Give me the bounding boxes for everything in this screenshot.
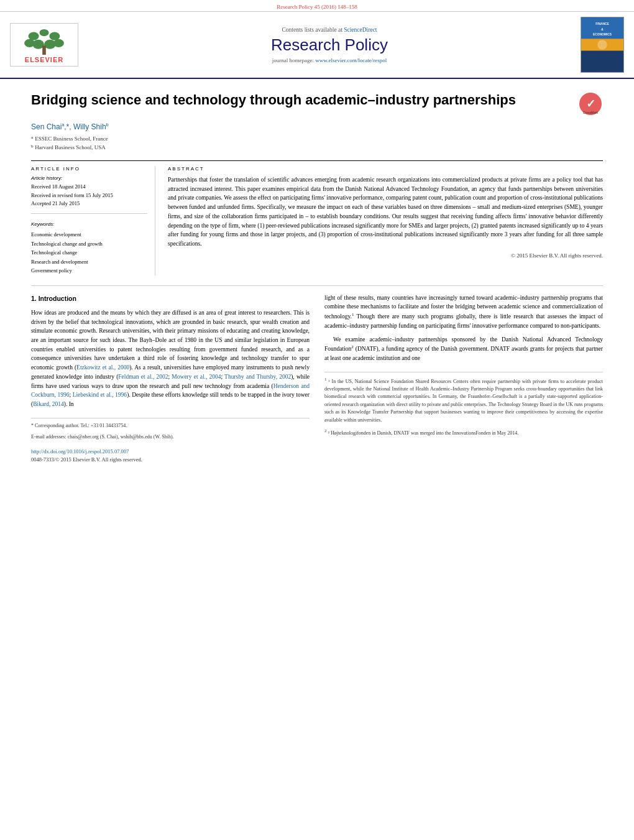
body-left-column: 1. Introduction How ideas are produced a… — [31, 293, 310, 464]
paper-title: Bridging science and technology through … — [31, 91, 572, 109]
section1-title: 1. Introduction — [31, 293, 310, 303]
abstract-text: Partnerships that foster the translation… — [168, 175, 603, 249]
svg-text:✓: ✓ — [586, 98, 595, 110]
keyword-1: Economic development — [31, 230, 147, 239]
abstract-column: ABSTRACT Partnerships that foster the tr… — [168, 166, 603, 275]
article-info-column: ARTICLE INFO Article history: Received 1… — [31, 166, 155, 275]
accepted-date: Accepted 21 July 2015 — [31, 200, 147, 208]
author-chai[interactable]: Sen Chaia,*, — [31, 122, 73, 131]
svg-point-0 — [40, 29, 49, 36]
paper-title-row: Bridging science and technology through … — [31, 91, 603, 116]
svg-text:FINANCE: FINANCE — [595, 22, 609, 25]
ref-bikard[interactable]: Bikard, 2014 — [33, 401, 64, 407]
affiliations: ᵃ ESSEC Business School, France ᵇ Harvar… — [31, 135, 603, 152]
svg-point-2 — [49, 32, 60, 40]
keywords-section: Keywords: Economic development Technolog… — [31, 220, 147, 275]
ref-mowery[interactable]: Mowery et al., 2004 — [172, 374, 221, 380]
elsevier-tree-icon — [19, 28, 69, 56]
ref-etzkowitz[interactable]: Etzkowitz et al., 2000 — [76, 364, 129, 371]
elsevier-label: ELSEVIER — [25, 56, 63, 63]
keyword-2: Technological change and growth — [31, 239, 147, 248]
article-info-heading: ARTICLE INFO — [31, 166, 147, 172]
svg-point-15 — [597, 40, 607, 50]
body-section: 1. Introduction How ideas are produced a… — [31, 293, 603, 464]
authors-line: Sen Chaia,*, Willy Shihb — [31, 122, 603, 131]
paper-content: Bridging science and technology through … — [0, 79, 634, 476]
footnotes-section: * Corresponding author. Tel.: +33 01 344… — [31, 418, 310, 441]
keyword-5: Government policy — [31, 266, 147, 275]
section1-para1: How ideas are produced and the means by … — [31, 308, 310, 409]
homepage-url[interactable]: www.elsevier.com/locate/respol — [315, 57, 387, 63]
journal-main-title: Research Policy — [91, 35, 568, 55]
journal-title-section: Contents lists available at ScienceDirec… — [78, 27, 581, 63]
issn-line: 0048-7333/© 2015 Elsevier B.V. All right… — [31, 456, 310, 464]
svg-rect-11 — [581, 51, 623, 72]
article-dates: Received 18 August 2014 Received in revi… — [31, 183, 147, 214]
contents-available-line: Contents lists available at ScienceDirec… — [91, 27, 568, 33]
abstract-heading: ABSTRACT — [168, 166, 603, 172]
keyword-3: Technological change — [31, 248, 147, 257]
elsevier-logo: ELSEVIER — [10, 23, 78, 67]
top-citation-text: Research Policy 45 (2016) 148–158 — [277, 4, 357, 10]
section1-para3: We examine academic–industry partnership… — [324, 335, 603, 363]
keywords-label: Keywords: — [31, 220, 147, 229]
history-label: Article history: — [31, 175, 147, 181]
doi-link[interactable]: http://dx.doi.org/10.1016/j.respol.2015.… — [31, 448, 129, 455]
author-shih[interactable]: Willy Shihb — [73, 122, 109, 131]
ref-feldman[interactable]: Feldman et al., 2002 — [118, 374, 168, 380]
crossmark-icon: ✓ CrossMark — [578, 91, 603, 116]
fn-star: * Corresponding author. Tel.: +33 01 344… — [31, 422, 310, 430]
svg-rect-7 — [42, 45, 46, 55]
svg-point-1 — [29, 32, 39, 40]
svg-text:CrossMark: CrossMark — [583, 111, 599, 114]
affiliation-a: ᵃ ESSEC Business School, France — [31, 135, 603, 144]
copyright-line: © 2015 Elsevier B.V. All rights reserved… — [168, 252, 603, 259]
ref-liebeskind[interactable]: Liebeskind et al., 1996 — [73, 392, 127, 398]
svg-text:&: & — [601, 28, 604, 31]
sciencedirect-link[interactable]: ScienceDirect — [344, 27, 377, 33]
right-footnotes: 1 ¹ In the US, National Science Foundati… — [324, 372, 603, 437]
journal-header: ELSEVIER Contents lists available at Sci… — [0, 12, 634, 79]
keyword-4: Research and development — [31, 257, 147, 266]
info-abstract-section: ARTICLE INFO Article history: Received 1… — [31, 160, 603, 275]
section-divider — [31, 285, 603, 286]
journal-cover-image: FINANCE & ECONOMICS — [581, 17, 624, 73]
affiliation-b: ᵇ Harvard Business School, USA — [31, 144, 603, 152]
cover-svg: FINANCE & ECONOMICS — [581, 17, 623, 73]
fn-email: E-mail addresses: chais@nber.org (S. Cha… — [31, 433, 310, 441]
revised-date: Received in revised form 15 July 2015 — [31, 192, 147, 200]
received-date: Received 18 August 2014 — [31, 183, 147, 192]
top-citation-bar: Research Policy 45 (2016) 148–158 — [0, 0, 634, 12]
ref-thursby[interactable]: Thursby and Thursby, 2002 — [224, 374, 291, 380]
fn1-text: 1 ¹ In the US, National Science Foundati… — [324, 376, 603, 424]
body-right-column: light of these results, many countries h… — [324, 293, 603, 464]
bottom-doi-bar: http://dx.doi.org/10.1016/j.respol.2015.… — [31, 448, 310, 464]
fn2-text: 2 ² Højteknologifonden in Danish, DNATF … — [324, 428, 603, 437]
section1-para2: light of these results, many countries h… — [324, 293, 603, 331]
svg-text:ECONOMICS: ECONOMICS — [593, 33, 612, 36]
homepage-line: journal homepage: www.elsevier.com/locat… — [91, 57, 568, 63]
